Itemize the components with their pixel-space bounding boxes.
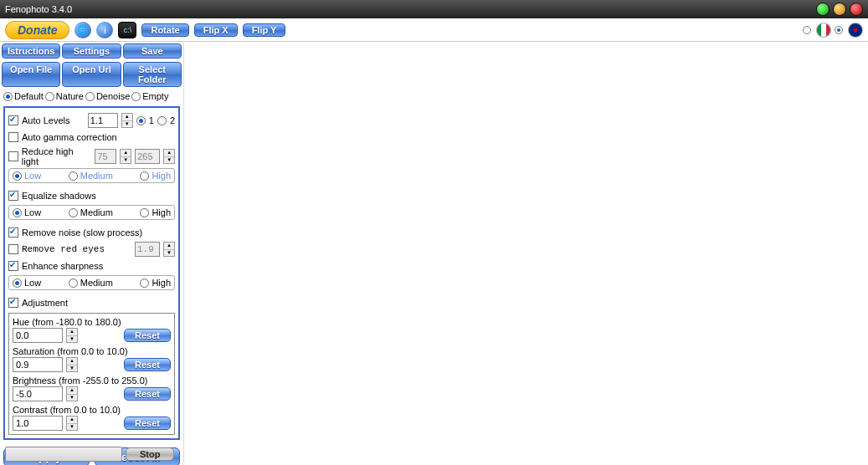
hl-low-radio[interactable] [13, 171, 22, 181]
reduce-highlight-spin2[interactable]: ▲▼ [163, 149, 175, 164]
preset-row: Default Nature Denoise Empty [0, 89, 183, 104]
sh-low-label: Low [24, 278, 41, 288]
con-reset-button[interactable]: Reset [124, 416, 171, 430]
footer-bar: Stop [5, 447, 174, 462]
sh-high-radio[interactable] [140, 278, 149, 288]
rotate-button[interactable]: Rotate [141, 23, 188, 37]
flipx-button[interactable]: Flip X [194, 23, 238, 37]
reduce-highlight-check[interactable] [8, 151, 18, 161]
auto-levels-check[interactable] [8, 115, 18, 125]
reduce-highlight-label: Reduce high light [22, 146, 92, 166]
hue-reset-button[interactable]: Reset [124, 329, 171, 342]
options-panel: Auto Levels ▲▼ 1 2 Auto gamma correction… [3, 106, 180, 440]
auto-gamma-check[interactable] [8, 132, 18, 142]
tab-open-url[interactable]: Open Url [62, 62, 121, 87]
eq-med-label: Medium [80, 207, 113, 217]
highlight-lmh: Low Medium High [8, 168, 175, 183]
eq-high-radio[interactable] [140, 208, 149, 217]
noise-label: Remove noise (slow process) [22, 227, 142, 238]
preset-denoise-label: Denoise [96, 91, 130, 101]
hue-spinner[interactable]: ▲▼ [66, 328, 78, 343]
sharp-lmh: Low Medium High [8, 275, 175, 290]
tab-save[interactable]: Save [123, 43, 182, 59]
donate-button[interactable]: Donate [5, 21, 69, 39]
tab-open-file[interactable]: Open File [2, 62, 60, 87]
bri-input[interactable] [13, 386, 63, 401]
tab-instructions[interactable]: Istructions [2, 43, 60, 59]
sh-med-radio[interactable] [69, 278, 78, 288]
tab-select-folder[interactable]: Select Folder [123, 62, 182, 87]
adjustment-label: Adjustment [22, 298, 68, 308]
stop-button[interactable]: Stop [126, 447, 174, 461]
info-icon[interactable]: i [96, 22, 113, 38]
reduce-highlight-spin1[interactable]: ▲▼ [120, 149, 131, 164]
bri-label: Brightness (from -255.0 to 255.0) [13, 376, 171, 386]
sat-label: Saturation (from 0.0 to 10.0) [13, 346, 171, 356]
auto-gamma-label: Auto gamma correction [22, 132, 117, 142]
sat-reset-button[interactable]: Reset [124, 358, 171, 371]
hue-label: Hue (from -180.0 to 180.0) [13, 317, 171, 327]
flag-uk-icon[interactable] [848, 23, 863, 38]
main-toolbar: Donate 🌐 i c:\ Rotate Flip X Flip Y [0, 18, 868, 42]
preset-empty-radio[interactable] [131, 92, 141, 101]
redeyes-spinner[interactable]: ▲▼ [163, 242, 175, 257]
lang-radio-2[interactable] [835, 26, 843, 34]
sat-input[interactable] [13, 357, 63, 372]
redeyes-label: Remove red eyes [22, 244, 105, 254]
auto-levels-label: Auto Levels [22, 115, 69, 125]
bri-spinner[interactable]: ▲▼ [66, 386, 78, 401]
preset-nature-label: Nature [56, 91, 84, 101]
reduce-highlight-v1[interactable] [95, 149, 116, 164]
adjustment-check[interactable] [8, 298, 18, 308]
sh-low-radio[interactable] [13, 278, 22, 288]
equalize-lmh: Low Medium High [8, 205, 175, 220]
auto-levels-radio-2[interactable] [157, 116, 167, 125]
sh-med-label: Medium [80, 278, 113, 288]
redeyes-value[interactable] [135, 242, 160, 257]
sharp-label: Enhance sharpness [22, 261, 103, 271]
eq-high-label: High [152, 207, 171, 217]
window-title: Fenophoto 3.4.0 [5, 4, 72, 14]
bri-reset-button[interactable]: Reset [124, 387, 171, 401]
tab-settings[interactable]: Settings [62, 43, 121, 59]
minimize-icon[interactable] [816, 3, 829, 16]
flag-italy-icon[interactable] [816, 23, 831, 38]
preset-nature-radio[interactable] [45, 92, 54, 101]
close-icon[interactable] [850, 3, 863, 16]
equalize-label: Equalize shadows [22, 191, 96, 201]
con-spinner[interactable]: ▲▼ [66, 416, 78, 431]
preset-default-label: Default [14, 91, 44, 101]
auto-levels-spinner[interactable]: ▲▼ [121, 113, 133, 128]
con-input[interactable] [13, 416, 63, 431]
auto-levels-opt1: 1 [149, 115, 154, 125]
preset-default-radio[interactable] [3, 92, 13, 101]
maximize-icon[interactable] [833, 3, 846, 16]
hl-med-label: Medium [80, 171, 113, 181]
reduce-highlight-v2[interactable] [135, 149, 160, 164]
title-bar: Fenophoto 3.4.0 [0, 0, 868, 18]
auto-levels-radio-1[interactable] [136, 116, 146, 125]
sat-spinner[interactable]: ▲▼ [66, 357, 78, 372]
sharp-check[interactable] [8, 261, 18, 271]
eq-low-label: Low [24, 207, 41, 217]
web-icon[interactable]: 🌐 [74, 22, 91, 38]
console-icon[interactable]: c:\ [118, 22, 136, 38]
lang-radio-1[interactable] [803, 26, 811, 34]
redeyes-check[interactable] [8, 244, 18, 254]
noise-check[interactable] [8, 227, 18, 238]
hl-med-radio[interactable] [69, 171, 78, 181]
hl-high-radio[interactable] [140, 171, 149, 181]
eq-med-radio[interactable] [69, 208, 78, 217]
progress-bar [5, 447, 122, 462]
eq-low-radio[interactable] [13, 208, 22, 217]
hl-high-label: High [152, 171, 171, 181]
auto-levels-value[interactable] [88, 113, 118, 128]
adjustment-panel: Hue (from -180.0 to 180.0) ▲▼ Reset Satu… [8, 313, 175, 435]
control-panel: Istructions Settings Save Open File Open… [0, 42, 184, 465]
preset-denoise-radio[interactable] [85, 92, 95, 101]
con-label: Contrast (from 0.0 to 10.0) [13, 405, 171, 415]
preset-empty-label: Empty [142, 91, 168, 101]
hue-input[interactable] [13, 328, 63, 343]
flipy-button[interactable]: Flip Y [243, 23, 286, 37]
equalize-check[interactable] [8, 191, 18, 201]
